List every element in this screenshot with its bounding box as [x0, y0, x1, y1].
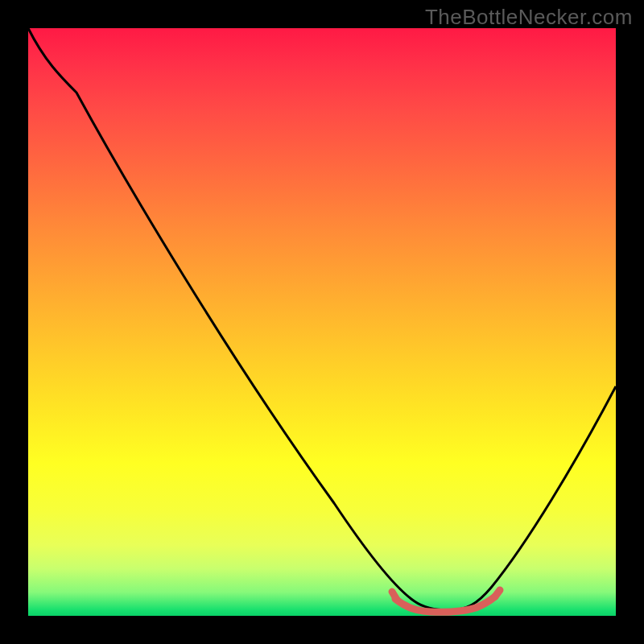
chart-frame: TheBottleNecker.com — [0, 0, 644, 644]
watermark-text: TheBottleNecker.com — [425, 5, 633, 30]
plot-area — [28, 28, 616, 616]
highlight-cap-left — [392, 592, 397, 600]
bottleneck-curve — [28, 28, 616, 610]
highlight-cap-right — [495, 590, 500, 597]
curve-layer — [28, 28, 616, 616]
